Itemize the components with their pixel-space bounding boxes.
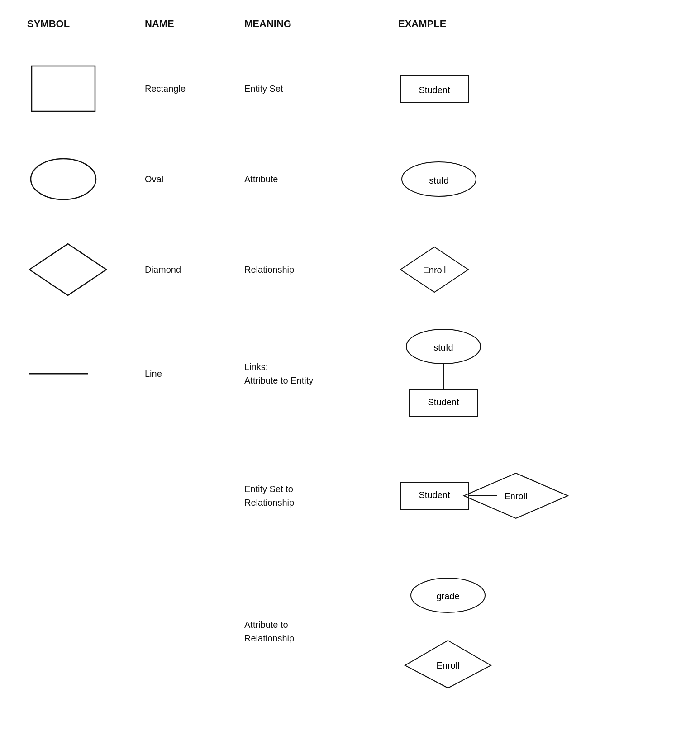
svg-text:Enroll: Enroll	[423, 265, 446, 275]
example-rectangle-icon: Student	[398, 73, 471, 104]
meaning-rectangle: Entity Set	[244, 84, 371, 94]
symbol-oval	[27, 154, 145, 204]
name-rectangle: Rectangle	[145, 84, 244, 94]
header-example: EXAMPLE	[371, 18, 673, 30]
spacer-1	[27, 437, 673, 455]
table-header: SYMBOL NAME MEANING EXAMPLE	[27, 18, 673, 34]
svg-marker-6	[29, 244, 106, 295]
meaning-attribute-to-relationship: Attribute to Relationship	[244, 618, 371, 645]
line-icon	[27, 369, 90, 378]
oval-icon	[27, 154, 100, 204]
row-rectangle: Rectangle Entity Set Student	[27, 48, 673, 129]
example-line: stuId Student	[371, 322, 673, 426]
symbol-line	[27, 369, 145, 378]
rectangle-icon	[27, 62, 100, 116]
example-diamond: Enroll	[371, 245, 673, 294]
example-entity-set-to-relationship: Student Enroll	[371, 471, 673, 521]
svg-text:Student: Student	[428, 397, 459, 407]
example-oval-icon: stuId	[398, 159, 480, 199]
name-diamond: Diamond	[145, 265, 244, 275]
svg-text:stuId: stuId	[429, 176, 448, 185]
meaning-diamond: Relationship	[244, 265, 371, 275]
example-attr-rel-icon: grade Enroll	[398, 573, 498, 690]
diamond-icon	[27, 240, 109, 299]
meaning-line-1: Links:	[244, 360, 313, 374]
row-entity-set-to-relationship: Entity Set to Relationship Student Enrol…	[27, 455, 673, 536]
svg-rect-0	[32, 66, 95, 111]
header-meaning: MEANING	[244, 18, 371, 30]
name-oval: Oval	[145, 174, 244, 185]
meaning-esr-line2: Relationship	[244, 496, 294, 509]
svg-text:Student: Student	[419, 490, 450, 500]
example-rectangle: Student	[371, 73, 673, 104]
example-line-icon: stuId Student	[398, 322, 489, 426]
symbol-diamond	[27, 240, 145, 299]
spacer-2	[27, 546, 673, 564]
symbol-rectangle	[27, 62, 145, 116]
example-entity-rel-icon: Student Enroll	[398, 471, 570, 521]
row-line: Line Links: Attribute to Entity stuId St…	[27, 319, 673, 428]
meaning-line-2: Attribute to Entity	[244, 374, 313, 387]
meaning-esr-line1: Entity Set to	[244, 482, 294, 496]
svg-text:Enroll: Enroll	[436, 660, 459, 670]
meaning-atr-line1: Attribute to	[244, 618, 294, 631]
example-oval: stuId	[371, 159, 673, 199]
svg-text:grade: grade	[436, 591, 459, 601]
row-attribute-to-relationship: Attribute to Relationship grade Enroll	[27, 564, 673, 699]
meaning-oval: Attribute	[244, 174, 371, 185]
header-name: NAME	[145, 18, 244, 30]
svg-point-3	[31, 159, 96, 199]
meaning-atr-line2: Relationship	[244, 631, 294, 645]
svg-text:stuId: stuId	[433, 342, 453, 352]
meaning-entity-set-to-relationship: Entity Set to Relationship	[244, 482, 371, 509]
row-oval: Oval Attribute stuId	[27, 138, 673, 220]
meaning-line: Links: Attribute to Entity	[244, 360, 371, 387]
row-diamond: Diamond Relationship Enroll	[27, 229, 673, 310]
name-line: Line	[145, 369, 244, 379]
example-attribute-to-relationship: grade Enroll	[371, 573, 673, 690]
header-symbol: SYMBOL	[27, 18, 145, 30]
svg-text:Enroll: Enroll	[504, 491, 527, 501]
example-diamond-icon: Enroll	[398, 245, 471, 294]
svg-text:Student: Student	[419, 85, 450, 95]
